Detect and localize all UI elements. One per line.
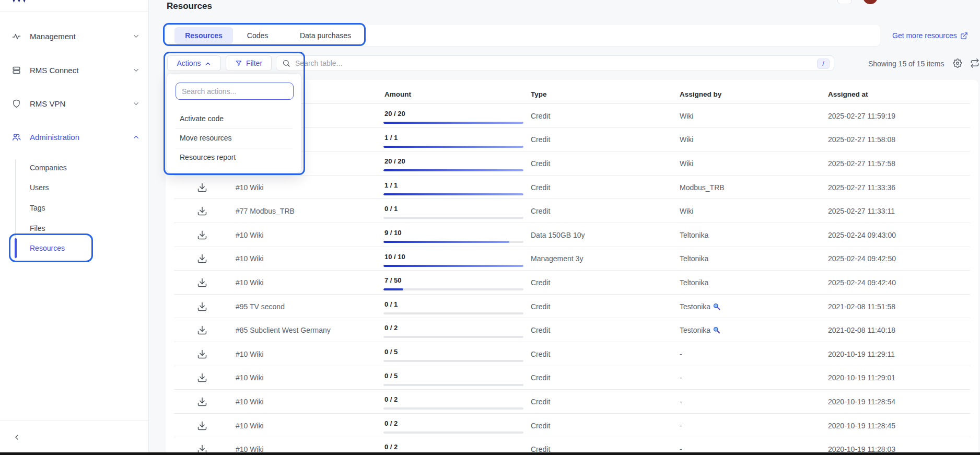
- sidebar-item-label: RMS VPN: [30, 99, 65, 108]
- shortcut-key-badge: /: [817, 59, 830, 69]
- assigned-by: -: [680, 350, 682, 358]
- sidebar-collapse-icon[interactable]: [13, 433, 21, 441]
- amount-value: 0 / 5: [384, 348, 398, 356]
- assigned-at: 2025-02-27 11:33:36: [828, 183, 895, 192]
- download-icon[interactable]: [197, 325, 207, 335]
- assigned-at: 2025-02-27 11:33:11: [828, 207, 895, 215]
- active-item-indicator: [15, 238, 17, 258]
- table-row[interactable]: #10 Wiki0 / 2Credit-2020-10-19 11:28:45: [166, 414, 978, 438]
- resource-type: Credit: [531, 302, 550, 311]
- filter-button-label: Filter: [246, 59, 262, 67]
- external-link-icon: [960, 32, 968, 40]
- download-icon[interactable]: [197, 253, 207, 264]
- resource-type: Data 150GB 10y: [531, 231, 585, 239]
- resource-type: Credit: [531, 207, 550, 215]
- table-row[interactable]: #10 Wiki0 / 5Credit-2020-10-19 11:29:01: [166, 366, 978, 390]
- assigned-by-label: -: [680, 350, 682, 358]
- resource-type: Credit: [531, 350, 550, 358]
- table-row[interactable]: #77 Modbus_TRB0 / 1CreditWiki2025-02-27 …: [166, 199, 978, 223]
- actions-menu-items: Activate code Move resources Resources r…: [167, 109, 301, 167]
- sidebar-item-rms-vpn[interactable]: RMS VPN: [0, 96, 149, 111]
- menu-item-activate-code[interactable]: Activate code: [167, 109, 301, 129]
- download-icon[interactable]: [197, 301, 207, 312]
- sidebar-item-administration[interactable]: Administration: [0, 130, 149, 144]
- assigned-by: Testonika: [680, 302, 720, 311]
- table-row[interactable]: #10 Wiki1 / 1CreditModbus_TRB2025-02-27 …: [166, 176, 978, 200]
- assigned-by-label: -: [680, 374, 682, 382]
- menu-item-resources-report[interactable]: Resources report: [167, 148, 301, 167]
- resource-type: Credit: [531, 326, 550, 334]
- column-header-amount: Amount: [384, 90, 411, 98]
- resource-name: #77 Modbus_TRB: [236, 207, 295, 215]
- amount-cell: 0 / 2: [384, 395, 523, 410]
- assigned-by-label: Teltonika: [680, 231, 708, 239]
- sidebar-item-companies[interactable]: Companies: [30, 160, 67, 175]
- resource-name: #10 Wiki: [236, 278, 264, 287]
- column-header-type: Type: [531, 90, 547, 98]
- amount-cell: 1 / 1: [384, 181, 523, 195]
- sidebar-item-files[interactable]: Files: [30, 221, 45, 236]
- resource-name: #10 Wiki: [236, 231, 264, 239]
- sidebar-bottom-divider: [0, 421, 149, 421]
- tab-resources[interactable]: Resources: [174, 27, 233, 44]
- download-icon[interactable]: [197, 349, 207, 359]
- menu-item-move-resources[interactable]: Move resources: [167, 129, 301, 148]
- download-icon[interactable]: [197, 206, 207, 216]
- sidebar-item-rms-connect[interactable]: RMS Connect: [0, 63, 149, 77]
- download-icon[interactable]: [197, 182, 207, 193]
- download-icon[interactable]: [197, 230, 207, 240]
- assigned-by-label: -: [680, 398, 682, 406]
- refresh-icon[interactable]: [970, 59, 979, 68]
- download-icon[interactable]: [197, 277, 207, 288]
- assigned-by: -: [680, 374, 682, 382]
- assigned-by: Teltonika: [680, 278, 708, 287]
- download-icon[interactable]: [197, 372, 207, 383]
- table-row[interactable]: #95 TV second0 / 1CreditTestonika2021-02…: [166, 295, 978, 319]
- assigned-by: Modbus_TRB: [680, 183, 725, 192]
- sidebar-item-users[interactable]: Users: [30, 180, 49, 195]
- assigned-by: -: [680, 398, 682, 406]
- amount-cell: 0 / 5: [384, 347, 523, 362]
- sidebar-item-label: RMS Connect: [30, 66, 78, 75]
- filter-button[interactable]: Filter: [226, 55, 272, 71]
- tab-codes[interactable]: Codes: [237, 27, 278, 44]
- actions-button[interactable]: Actions: [167, 55, 221, 71]
- chevron-up-icon: [204, 60, 211, 67]
- table-row[interactable]: #10 Wiki0 / 2Credit-2020-10-19 11:28:54: [166, 390, 978, 414]
- amount-value: 0 / 2: [384, 419, 398, 427]
- usage-progress-bar: [383, 217, 523, 219]
- resource-type: Credit: [531, 135, 550, 144]
- amount-value: 0 / 5: [384, 372, 398, 380]
- table-row[interactable]: #10 Wiki10 / 10Management 3yTeltonika202…: [166, 247, 978, 271]
- table-row[interactable]: #10 Wiki0 / 5Credit-2020-10-19 11:29:11: [166, 342, 978, 366]
- sidebar-item-tags[interactable]: Tags: [30, 201, 45, 215]
- assigned-by: Teltonika: [680, 254, 708, 263]
- gear-icon[interactable]: [953, 59, 962, 68]
- assigned-by-label: Testonika: [680, 326, 710, 334]
- get-more-resources-link[interactable]: Get more resources: [892, 31, 968, 40]
- table-row[interactable]: #10 Wiki7 / 50CreditTeltonika2025-02-24 …: [166, 271, 978, 295]
- tab-data-purchases[interactable]: Data purchases: [289, 27, 362, 44]
- avatar[interactable]: [863, 0, 878, 4]
- actions-search-input[interactable]: [176, 83, 293, 99]
- sidebar-top-divider: [0, 11, 149, 11]
- usage-progress-bar: [383, 431, 523, 434]
- resource-name: #95 TV second: [236, 302, 285, 311]
- search-input[interactable]: [295, 59, 834, 67]
- amount-value: 0 / 2: [384, 324, 398, 332]
- table-search: /: [276, 55, 834, 71]
- sidebar-item-management[interactable]: Management: [0, 29, 149, 43]
- usage-progress-bar: [383, 407, 523, 410]
- amount-value: 0 / 2: [384, 443, 398, 451]
- header-button-partial[interactable]: [837, 0, 852, 4]
- sidebar-item-resources[interactable]: Resources: [30, 241, 65, 255]
- table-row[interactable]: #10 Wiki9 / 10Data 150GB 10yTeltonika202…: [166, 223, 978, 247]
- amount-value: 0 / 1: [384, 205, 398, 213]
- resource-type: Credit: [531, 183, 550, 192]
- table-row[interactable]: #85 Subclient West Germany0 / 2CreditTes…: [166, 318, 978, 342]
- assigned-at: 2021-02-08 11:51:58: [828, 302, 895, 311]
- assigned-by-label: Modbus_TRB: [680, 183, 725, 192]
- resource-name: #10 Wiki: [236, 183, 264, 192]
- download-icon[interactable]: [197, 421, 207, 431]
- download-icon[interactable]: [197, 396, 207, 407]
